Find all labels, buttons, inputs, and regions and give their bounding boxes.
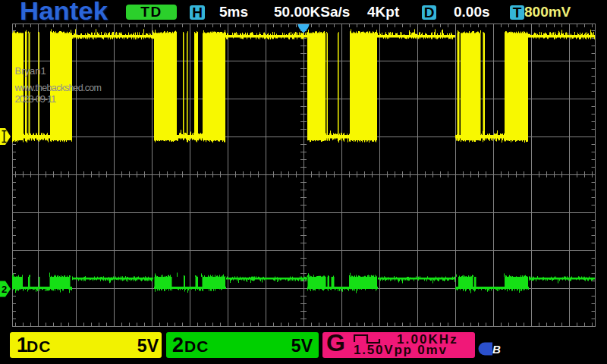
svg-text:B: B [492, 343, 501, 356]
svg-text:www.thebackshed.com: www.thebackshed.com [14, 83, 102, 93]
svg-text:Bryan1: Bryan1 [15, 65, 46, 77]
svg-text:2023-09-11: 2023-09-11 [15, 93, 57, 105]
svg-text:2: 2 [2, 284, 7, 295]
